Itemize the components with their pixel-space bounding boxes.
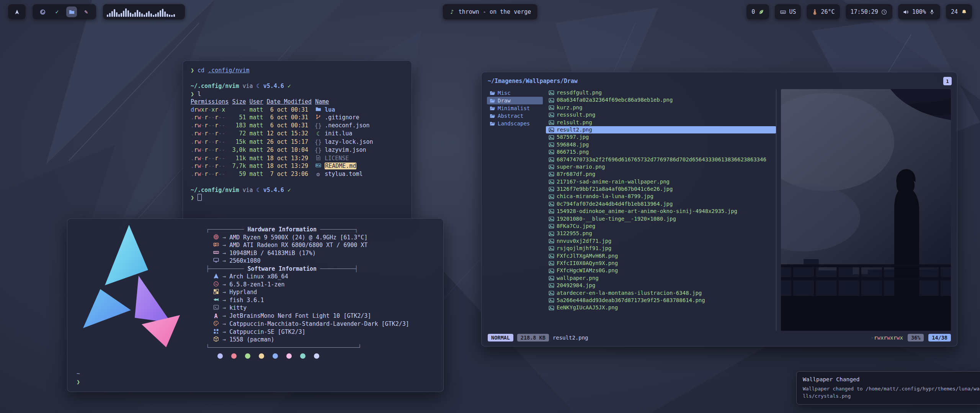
info-line: → Arch Linux x86_64 — [206, 273, 434, 281]
file-item[interactable]: ressdfgult.png — [546, 89, 776, 96]
file-item[interactable]: result2.png — [546, 126, 776, 133]
image-icon — [548, 194, 554, 200]
status-filename: result2.png — [553, 335, 588, 341]
file-permissions: -rwxrwxrwx — [871, 335, 903, 341]
workspace-one[interactable] — [37, 7, 48, 17]
file-item[interactable]: 3122955.png — [546, 230, 776, 237]
gear-icon: ⚙ — [315, 171, 321, 179]
info-line: → Hyprland — [206, 288, 434, 296]
file-manager-window[interactable]: ~/Imagenes/Wallpapers/Draw 1 MiscDrawMin… — [481, 72, 957, 346]
file-item[interactable]: nnvuv0xj2df71.jpg — [546, 237, 776, 245]
ls-row: .rw-r--r-- 183 matt 6 oct 00:31 {} .neoc… — [191, 122, 404, 130]
file-item[interactable]: 3126f7e9bbf21a8a4af0b67b041c6e26.jpg — [546, 185, 776, 193]
file-item[interactable]: 87r687df.png — [546, 171, 776, 178]
image-icon — [548, 290, 554, 296]
image-icon — [548, 260, 554, 266]
icons-icon — [213, 328, 219, 334]
image-icon — [548, 201, 554, 207]
mic-icon — [929, 9, 935, 15]
terminal-window[interactable]: ❯ cd .config/nvim ~/.config/nvim via ☾ v… — [183, 60, 412, 222]
module-updates[interactable]: 0 — [746, 4, 769, 20]
file-item[interactable]: 596848.jpg — [546, 141, 776, 148]
file-item[interactable]: FXfcHgcWIAMzs0G.png — [546, 267, 776, 274]
file-item[interactable]: FXfcJlTXgAMvH6R.png — [546, 252, 776, 260]
file-item[interactable]: FXfcII0X0AQyn9X.png — [546, 260, 776, 267]
topbar: ✓✎ ♪ thrown - on the verge 0US26°C17:50:… — [0, 4, 980, 20]
font-icon: A — [213, 312, 219, 320]
git-icon — [315, 114, 321, 120]
workspace-three[interactable] — [66, 7, 77, 17]
dir-item-misc[interactable]: Misc — [487, 89, 543, 97]
file-item[interactable]: 20492984.jpg — [546, 282, 776, 289]
folder-open-icon — [489, 121, 495, 127]
file-item[interactable]: chica-mirando-la-luna-8799.jpg — [546, 193, 776, 200]
module-keyboard-layout[interactable]: US — [774, 4, 801, 20]
clock-value: 17:50:29 — [851, 8, 878, 15]
fetch-terminal-window[interactable]: ┌────────── Hardware Information ───────… — [67, 218, 444, 392]
image-icon — [548, 149, 554, 155]
file-item[interactable]: 68747470733a2f2f696d616765732d7769786d70… — [546, 156, 776, 163]
file-item[interactable]: re1sult.png — [546, 119, 776, 126]
kernel-icon — [213, 281, 219, 287]
file-item[interactable]: resssult.png — [546, 111, 776, 119]
dir-item-abstract[interactable]: Abstract — [487, 112, 543, 120]
info-line: → Catppuccin-SE [GTK2/3] — [206, 328, 434, 336]
image-icon — [548, 208, 554, 214]
dir-item-minimalist[interactable]: Minimalist — [487, 104, 543, 112]
file-item[interactable]: 866715.png — [546, 148, 776, 156]
info-line: A → JetBrainsMono Nerd Font Light 10 [GT… — [206, 312, 434, 320]
file-item[interactable]: 08a634fa02a32364f69ebc86a98eb1eb.png — [546, 96, 776, 104]
info-section-footer: └───────────────────────────────────────… — [206, 344, 434, 352]
dir-item-landscapes[interactable]: Landscapes — [487, 120, 543, 127]
workspace-two[interactable]: ✓ — [52, 7, 62, 17]
file-manager-body: MiscDrawMinimalistAbstractLandscapes res… — [487, 89, 952, 331]
module-clock[interactable]: 17:50:29 — [845, 4, 893, 20]
image-icon — [548, 164, 554, 170]
info-line: → 6.5.8-zen1-1-zen — [206, 281, 434, 289]
notification-popup[interactable]: Wallpaper Changed Wallpaper changed to /… — [796, 371, 980, 405]
file-item[interactable]: 154928-odinokoe_anime-art-anime-okno-sin… — [546, 208, 776, 215]
dir-item-draw[interactable]: Draw — [487, 97, 543, 104]
image-icon — [548, 157, 554, 163]
topbar-left: ✓✎ — [8, 4, 185, 20]
music-player-widget[interactable]: ♪ thrown - on the verge — [443, 4, 538, 20]
module-temperature[interactable]: 26°C — [806, 4, 840, 20]
ls-row: .rw-r--r-- 7,7k matt 18 oct 13:29 README… — [191, 162, 404, 170]
tab-indicator[interactable]: 1 — [943, 77, 952, 85]
file-item[interactable]: 5a266e448add93deab367d87173e9f25-6837886… — [546, 297, 776, 304]
file-item[interactable]: kurz.png — [546, 104, 776, 111]
ls-header: Permissions Size User Date Modified Name — [191, 98, 404, 106]
file-size-badge: 218.8 KB — [517, 334, 549, 341]
info-line: → Catppuccin-Macchiato-Standard-Lavender… — [206, 320, 434, 328]
image-icon — [548, 98, 554, 103]
ls-row: .rw-r--r-- 72 matt 12 oct 15:32 ☾ init.l… — [191, 130, 404, 138]
info-section-header: ├────────── Software Information ───────… — [206, 265, 434, 273]
launcher-button[interactable] — [8, 4, 26, 20]
moon-icon: ☾ — [315, 130, 321, 138]
workspace-four[interactable]: ✎ — [81, 7, 91, 17]
file-item[interactable]: 8FKa7Cu.jpeg — [546, 223, 776, 230]
ls-row: drwxr-xr-x - matt 6 oct 00:31 lua — [191, 106, 404, 114]
image-icon — [548, 298, 554, 303]
ls-row: .rw-r--r-- 11k matt 18 oct 13:29 LICENSE — [191, 154, 404, 163]
image-icon — [548, 246, 554, 251]
file-item[interactable]: 217167-sad-anime-rain-wallpaper.png — [546, 178, 776, 185]
module-notifications[interactable]: 24 — [946, 4, 972, 20]
workspaces: ✓✎ — [32, 4, 96, 20]
file-item[interactable]: 587597.jpg — [546, 133, 776, 141]
file-item[interactable]: wallpaper.png — [546, 275, 776, 282]
module-volume[interactable]: 100% — [898, 4, 941, 20]
file-item[interactable]: 19201080-__blue-tinge__-1920×1080.jpg — [546, 215, 776, 223]
shell-command-line: ❯ l — [191, 90, 404, 98]
file-item[interactable]: EeNKYgIUcAAJ5JX.png — [546, 304, 776, 311]
ls-row: .rw-r--r-- 51 matt 6 oct 00:31 .gitignor… — [191, 114, 404, 122]
color-dot — [314, 353, 319, 359]
file-item[interactable]: super-mario.png — [546, 163, 776, 171]
doc-icon — [315, 155, 321, 161]
image-icon — [548, 90, 554, 96]
file-item[interactable]: rsjqojlmjhf91.jpg — [546, 245, 776, 252]
directory-pane: MiscDrawMinimalistAbstractLandscapes — [487, 89, 543, 331]
file-item[interactable]: 0c794faf07de24a4db4d4fb1eb813964.jpg — [546, 200, 776, 208]
file-item[interactable]: atardecer-en-la-montanas-ilustracion-634… — [546, 289, 776, 297]
speaker-icon — [903, 9, 909, 15]
